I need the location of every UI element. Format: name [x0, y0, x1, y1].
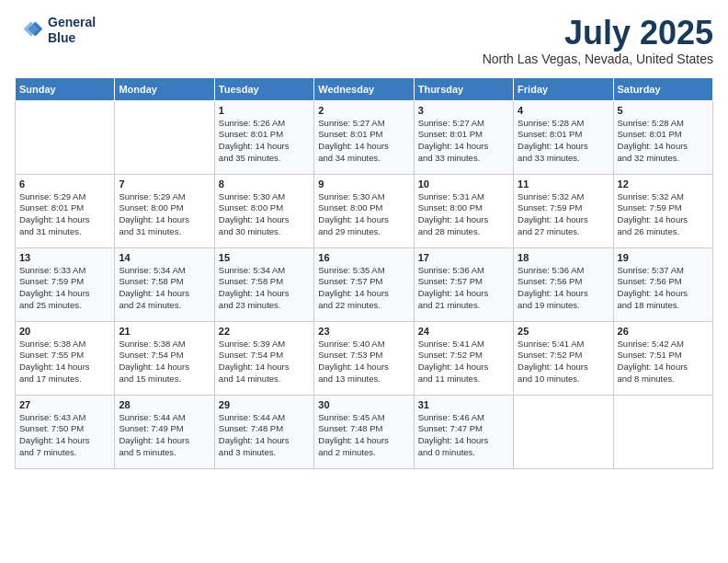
day-detail: Sunrise: 5:34 AM Sunset: 7:58 PM Dayligh…	[119, 265, 210, 312]
day-detail: Sunrise: 5:27 AM Sunset: 8:01 PM Dayligh…	[318, 118, 409, 165]
page-header: General Blue July 2025 North Las Vegas, …	[15, 15, 713, 66]
day-detail: Sunrise: 5:36 AM Sunset: 7:57 PM Dayligh…	[418, 265, 509, 312]
calendar-body: 1Sunrise: 5:26 AM Sunset: 8:01 PM Daylig…	[16, 100, 713, 468]
weekday-header: Thursday	[414, 77, 513, 100]
calendar-cell: 1Sunrise: 5:26 AM Sunset: 8:01 PM Daylig…	[214, 100, 313, 174]
logo-text: General Blue	[48, 15, 96, 46]
day-number: 9	[318, 178, 409, 190]
day-detail: Sunrise: 5:41 AM Sunset: 7:52 PM Dayligh…	[418, 339, 509, 385]
day-number: 2	[318, 105, 409, 116]
calendar-cell: 28Sunrise: 5:44 AM Sunset: 7:49 PM Dayli…	[115, 395, 214, 468]
calendar-cell: 4Sunrise: 5:28 AM Sunset: 8:01 PM Daylig…	[514, 100, 613, 174]
day-number: 3	[418, 105, 509, 116]
day-detail: Sunrise: 5:26 AM Sunset: 8:01 PM Dayligh…	[219, 118, 310, 165]
calendar-cell: 26Sunrise: 5:42 AM Sunset: 7:51 PM Dayli…	[613, 321, 712, 395]
day-number: 23	[318, 326, 409, 337]
day-number: 30	[318, 399, 409, 410]
day-number: 31	[418, 399, 509, 410]
day-number: 15	[219, 252, 310, 263]
calendar-cell: 15Sunrise: 5:34 AM Sunset: 7:58 PM Dayli…	[214, 247, 313, 321]
day-detail: Sunrise: 5:44 AM Sunset: 7:49 PM Dayligh…	[119, 412, 210, 459]
day-number: 12	[618, 178, 709, 190]
calendar-cell: 21Sunrise: 5:38 AM Sunset: 7:54 PM Dayli…	[115, 321, 214, 395]
weekday-header: Friday	[514, 77, 613, 100]
title-block: July 2025 North Las Vegas, Nevada, Unite…	[483, 15, 713, 66]
calendar-cell: 3Sunrise: 5:27 AM Sunset: 8:01 PM Daylig…	[414, 100, 513, 174]
calendar-cell: 22Sunrise: 5:39 AM Sunset: 7:54 PM Dayli…	[214, 321, 313, 395]
day-detail: Sunrise: 5:28 AM Sunset: 8:01 PM Dayligh…	[518, 118, 609, 165]
calendar-row: 27Sunrise: 5:43 AM Sunset: 7:50 PM Dayli…	[16, 395, 713, 468]
day-number: 27	[19, 399, 110, 410]
month-title: July 2025	[483, 15, 713, 52]
day-detail: Sunrise: 5:28 AM Sunset: 8:01 PM Dayligh…	[618, 118, 709, 165]
calendar-cell: 5Sunrise: 5:28 AM Sunset: 8:01 PM Daylig…	[613, 100, 712, 174]
day-number: 19	[618, 252, 709, 263]
day-number: 17	[418, 252, 509, 263]
day-detail: Sunrise: 5:46 AM Sunset: 7:47 PM Dayligh…	[418, 412, 509, 459]
day-number: 18	[518, 252, 609, 263]
day-number: 7	[119, 178, 210, 190]
day-number: 10	[418, 178, 509, 190]
day-number: 22	[219, 326, 310, 337]
day-number: 14	[119, 252, 210, 263]
weekday-header: Saturday	[613, 77, 712, 100]
day-number: 20	[19, 326, 110, 337]
day-detail: Sunrise: 5:36 AM Sunset: 7:56 PM Dayligh…	[518, 265, 609, 312]
day-number: 24	[418, 326, 509, 337]
calendar-cell: 6Sunrise: 5:29 AM Sunset: 8:01 PM Daylig…	[16, 174, 115, 247]
calendar-cell: 14Sunrise: 5:34 AM Sunset: 7:58 PM Dayli…	[115, 247, 214, 321]
calendar-cell	[16, 100, 115, 174]
calendar-row: 13Sunrise: 5:33 AM Sunset: 7:59 PM Dayli…	[16, 247, 713, 321]
calendar-cell: 17Sunrise: 5:36 AM Sunset: 7:57 PM Dayli…	[414, 247, 513, 321]
day-detail: Sunrise: 5:43 AM Sunset: 7:50 PM Dayligh…	[19, 412, 110, 459]
calendar-row: 6Sunrise: 5:29 AM Sunset: 8:01 PM Daylig…	[16, 174, 713, 247]
day-number: 4	[518, 105, 609, 116]
calendar-cell	[613, 395, 712, 468]
day-detail: Sunrise: 5:30 AM Sunset: 8:00 PM Dayligh…	[219, 191, 310, 238]
day-detail: Sunrise: 5:29 AM Sunset: 8:00 PM Dayligh…	[119, 191, 210, 238]
weekday-row: SundayMondayTuesdayWednesdayThursdayFrid…	[16, 77, 713, 100]
day-detail: Sunrise: 5:32 AM Sunset: 7:59 PM Dayligh…	[618, 191, 709, 238]
day-number: 26	[618, 326, 709, 337]
calendar-header: SundayMondayTuesdayWednesdayThursdayFrid…	[16, 77, 713, 100]
calendar-cell: 24Sunrise: 5:41 AM Sunset: 7:52 PM Dayli…	[414, 321, 513, 395]
day-detail: Sunrise: 5:45 AM Sunset: 7:48 PM Dayligh…	[318, 412, 409, 459]
day-number: 16	[318, 252, 409, 263]
calendar-cell	[514, 395, 613, 468]
calendar-cell: 10Sunrise: 5:31 AM Sunset: 8:00 PM Dayli…	[414, 174, 513, 247]
day-detail: Sunrise: 5:33 AM Sunset: 7:59 PM Dayligh…	[19, 265, 110, 312]
day-detail: Sunrise: 5:34 AM Sunset: 7:58 PM Dayligh…	[219, 265, 310, 312]
calendar-row: 1Sunrise: 5:26 AM Sunset: 8:01 PM Daylig…	[16, 100, 713, 174]
calendar-cell: 16Sunrise: 5:35 AM Sunset: 7:57 PM Dayli…	[314, 247, 414, 321]
day-number: 8	[219, 178, 310, 190]
day-number: 29	[219, 399, 310, 410]
calendar-cell: 23Sunrise: 5:40 AM Sunset: 7:53 PM Dayli…	[314, 321, 414, 395]
day-number: 5	[618, 105, 709, 116]
logo: General Blue	[15, 15, 96, 46]
day-detail: Sunrise: 5:32 AM Sunset: 7:59 PM Dayligh…	[518, 191, 609, 238]
calendar-cell: 29Sunrise: 5:44 AM Sunset: 7:48 PM Dayli…	[214, 395, 313, 468]
day-detail: Sunrise: 5:38 AM Sunset: 7:54 PM Dayligh…	[119, 339, 210, 385]
day-detail: Sunrise: 5:30 AM Sunset: 8:00 PM Dayligh…	[318, 191, 409, 238]
calendar-cell: 2Sunrise: 5:27 AM Sunset: 8:01 PM Daylig…	[314, 100, 414, 174]
calendar-cell: 31Sunrise: 5:46 AM Sunset: 7:47 PM Dayli…	[414, 395, 513, 468]
weekday-header: Sunday	[16, 77, 115, 100]
day-detail: Sunrise: 5:41 AM Sunset: 7:52 PM Dayligh…	[518, 339, 609, 385]
day-number: 25	[518, 326, 609, 337]
weekday-header: Monday	[115, 77, 214, 100]
weekday-header: Wednesday	[314, 77, 414, 100]
day-detail: Sunrise: 5:29 AM Sunset: 8:01 PM Dayligh…	[19, 191, 110, 238]
day-number: 28	[119, 399, 210, 410]
day-detail: Sunrise: 5:42 AM Sunset: 7:51 PM Dayligh…	[618, 339, 709, 385]
calendar-cell: 18Sunrise: 5:36 AM Sunset: 7:56 PM Dayli…	[514, 247, 613, 321]
weekday-header: Tuesday	[214, 77, 313, 100]
calendar-cell: 9Sunrise: 5:30 AM Sunset: 8:00 PM Daylig…	[314, 174, 414, 247]
day-detail: Sunrise: 5:38 AM Sunset: 7:55 PM Dayligh…	[19, 339, 110, 385]
day-number: 13	[19, 252, 110, 263]
calendar-cell: 19Sunrise: 5:37 AM Sunset: 7:56 PM Dayli…	[613, 247, 712, 321]
day-detail: Sunrise: 5:44 AM Sunset: 7:48 PM Dayligh…	[219, 412, 310, 459]
logo-icon	[15, 16, 44, 45]
day-detail: Sunrise: 5:39 AM Sunset: 7:54 PM Dayligh…	[219, 339, 310, 385]
calendar-cell: 20Sunrise: 5:38 AM Sunset: 7:55 PM Dayli…	[16, 321, 115, 395]
day-detail: Sunrise: 5:35 AM Sunset: 7:57 PM Dayligh…	[318, 265, 409, 312]
